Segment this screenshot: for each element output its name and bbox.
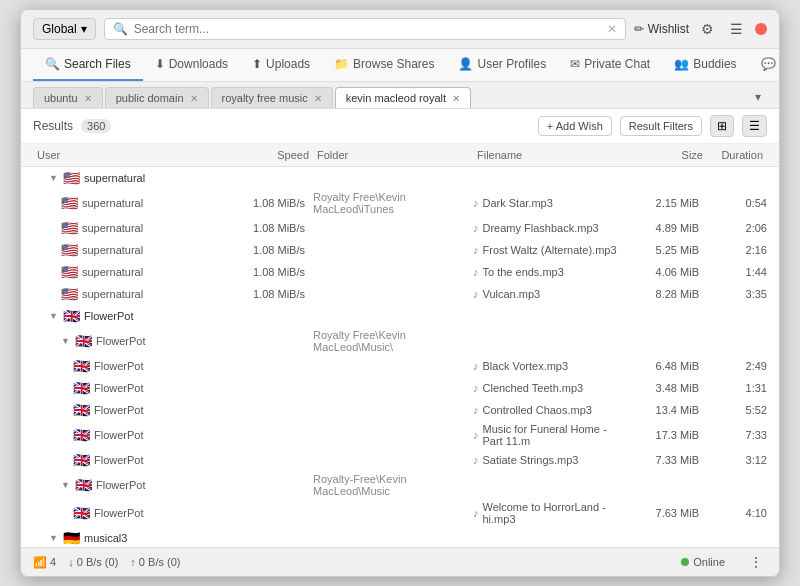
table-row[interactable]: 🇬🇧 FlowerPot ♪ Black Vortex.mp3 6.48 MiB… <box>21 355 779 377</box>
tab-royalty-free-music[interactable]: royalty free music ✕ <box>211 87 333 108</box>
table-row[interactable]: 🇬🇧 FlowerPot ♪ Satiate Strings.mp3 7.33 … <box>21 449 779 471</box>
online-label: Online <box>693 556 725 568</box>
folder: Royalty Free\Kevin MacLeod\iTunes <box>313 191 473 215</box>
size: 6.48 MiB <box>627 360 707 372</box>
flag: 🇺🇸 <box>61 286 78 302</box>
table-row[interactable]: 🇬🇧 FlowerPot ♪ Welcome to HorrorLand -hi… <box>21 499 779 527</box>
username: FlowerPot <box>94 454 144 466</box>
content-area: Results 360 + Add Wish Result Filters ⊞ … <box>21 109 779 547</box>
nav-uploads[interactable]: ⬆ Uploads <box>240 49 322 81</box>
username-supernatural: supernatural <box>84 172 145 184</box>
size: 8.28 MiB <box>627 288 707 300</box>
filename: Welcome to HorrorLand -hi.mp3 <box>483 501 628 525</box>
tab-kevin-macleod-close[interactable]: ✕ <box>452 93 460 104</box>
main-window: Global ▾ 🔍 ✕ ✏ Wishlist ⚙ ☰ 🔍 Search Fil… <box>20 9 780 577</box>
flag-musical3: 🇩🇪 <box>63 530 80 546</box>
flag: 🇬🇧 <box>73 452 90 468</box>
search-bar[interactable]: 🔍 ✕ <box>104 18 626 40</box>
music-icon: ♪ <box>473 197 479 209</box>
expand-icon: ▼ <box>49 173 59 183</box>
filename: Dreamy Flashback.mp3 <box>483 222 599 234</box>
nav-search-files[interactable]: 🔍 Search Files <box>33 49 143 81</box>
nav-private-chat-label: Private Chat <box>584 57 650 71</box>
duration: 7:33 <box>707 429 767 441</box>
table-row[interactable]: ▼ 🇬🇧 FlowerPot Royalty Free\Kevin MacLeo… <box>21 327 779 355</box>
filename-cell: ♪ To the ends.mp3 <box>473 266 627 278</box>
nav-user-profiles[interactable]: 👤 User Profiles <box>446 49 558 81</box>
tab-ubuntu-close[interactable]: ✕ <box>84 93 92 104</box>
table-row[interactable]: 🇺🇸 supernatural 1.08 MiB/s ♪ Frost Waltz… <box>21 239 779 261</box>
username: supernatural <box>82 222 143 234</box>
speed: 1.08 MiB/s <box>233 266 313 278</box>
group-row-supernatural[interactable]: ▼ 🇺🇸 supernatural <box>21 167 779 189</box>
global-button[interactable]: Global ▾ <box>33 18 96 40</box>
chat-rooms-icon: 💬 <box>761 57 776 71</box>
duration: 1:44 <box>707 266 767 278</box>
add-wish-button[interactable]: + Add Wish <box>538 116 612 136</box>
tabs-bar: ubuntu ✕ public domain ✕ royalty free mu… <box>21 82 779 109</box>
username: FlowerPot <box>94 404 144 416</box>
group-row-musical3[interactable]: ▼ 🇩🇪 musical3 <box>21 527 779 547</box>
tab-public-domain[interactable]: public domain ✕ <box>105 87 209 108</box>
table-row[interactable]: 🇬🇧 FlowerPot ♪ Controlled Chaos.mp3 13.4… <box>21 399 779 421</box>
table-row[interactable]: 🇬🇧 FlowerPot ♪ Music for Funeral Home - … <box>21 421 779 449</box>
header-duration: Duration <box>707 147 767 163</box>
pencil-icon: ✏ <box>634 22 644 36</box>
tab-kevin-macleod[interactable]: kevin macleod royalt ✕ <box>335 87 471 108</box>
table-row[interactable]: 🇺🇸 supernatural 1.08 MiB/s ♪ Dreamy Flas… <box>21 217 779 239</box>
duration: 2:06 <box>707 222 767 234</box>
tabs-overflow-arrow[interactable]: ▾ <box>749 86 767 108</box>
table-row[interactable]: ▼ 🇬🇧 FlowerPot Royalty-Free\Kevin MacLeo… <box>21 471 779 499</box>
filename: Frost Waltz (Alternate).mp3 <box>483 244 617 256</box>
username: FlowerPot <box>96 479 146 491</box>
speed: 1.08 MiB/s <box>233 222 313 234</box>
tab-public-domain-close[interactable]: ✕ <box>190 93 198 104</box>
wishlist-button[interactable]: ✏ Wishlist <box>634 22 689 36</box>
username: FlowerPot <box>94 360 144 372</box>
header-size: Size <box>627 147 707 163</box>
tab-royalty-free-music-close[interactable]: ✕ <box>314 93 322 104</box>
flag: 🇺🇸 <box>61 195 78 211</box>
username-flowerpot: FlowerPot <box>84 310 134 322</box>
close-button[interactable] <box>755 23 767 35</box>
private-chat-icon: ✉ <box>570 57 580 71</box>
list-view-button[interactable]: ☰ <box>742 115 767 137</box>
music-icon: ♪ <box>473 244 479 256</box>
filename-cell: ♪ Satiate Strings.mp3 <box>473 454 627 466</box>
size: 7.33 MiB <box>627 454 707 466</box>
nav-user-profiles-label: User Profiles <box>477 57 546 71</box>
duration: 3:35 <box>707 288 767 300</box>
search-clear-icon[interactable]: ✕ <box>607 22 617 36</box>
tab-ubuntu[interactable]: ubuntu ✕ <box>33 87 103 108</box>
nav-downloads[interactable]: ⬇ Downloads <box>143 49 240 81</box>
uploads-icon: ⬆ <box>252 57 262 71</box>
search-input[interactable] <box>134 22 601 36</box>
flag: 🇬🇧 <box>75 477 92 493</box>
nav-chat-rooms[interactable]: 💬 Chat Rooms <box>749 49 780 81</box>
result-filters-button[interactable]: Result Filters <box>620 116 702 136</box>
flag: 🇬🇧 <box>73 380 90 396</box>
table-row[interactable]: 🇺🇸 supernatural 1.08 MiB/s Royalty Free\… <box>21 189 779 217</box>
more-options-button[interactable]: ⋮ <box>745 552 767 572</box>
grid-view-button[interactable]: ⊞ <box>710 115 734 137</box>
flag-supernatural: 🇺🇸 <box>63 170 80 186</box>
flag: 🇬🇧 <box>73 505 90 521</box>
filename-cell: ♪ Frost Waltz (Alternate).mp3 <box>473 244 627 256</box>
nav-browse-shares[interactable]: 📁 Browse Shares <box>322 49 446 81</box>
menu-button[interactable]: ☰ <box>726 19 747 39</box>
table-row[interactable]: 🇺🇸 supernatural 1.08 MiB/s ♪ Vulcan.mp3 … <box>21 283 779 305</box>
table-row[interactable]: 🇬🇧 FlowerPot ♪ Clenched Teeth.mp3 3.48 M… <box>21 377 779 399</box>
filename-cell: ♪ Controlled Chaos.mp3 <box>473 404 627 416</box>
filename-cell: ♪ Music for Funeral Home - Part 11.m <box>473 423 627 447</box>
nav-private-chat[interactable]: ✉ Private Chat <box>558 49 662 81</box>
expand-icon: ▼ <box>61 336 71 346</box>
results-toolbar: Results 360 + Add Wish Result Filters ⊞ … <box>21 109 779 144</box>
table-row[interactable]: 🇺🇸 supernatural 1.08 MiB/s ♪ To the ends… <box>21 261 779 283</box>
header-user: User <box>33 147 233 163</box>
nav-downloads-label: Downloads <box>169 57 228 71</box>
flag: 🇬🇧 <box>75 333 92 349</box>
group-row-flowerpot[interactable]: ▼ 🇬🇧 FlowerPot <box>21 305 779 327</box>
nav-buddies[interactable]: 👥 Buddies <box>662 49 748 81</box>
duration: 5:52 <box>707 404 767 416</box>
settings-button[interactable]: ⚙ <box>697 19 718 39</box>
